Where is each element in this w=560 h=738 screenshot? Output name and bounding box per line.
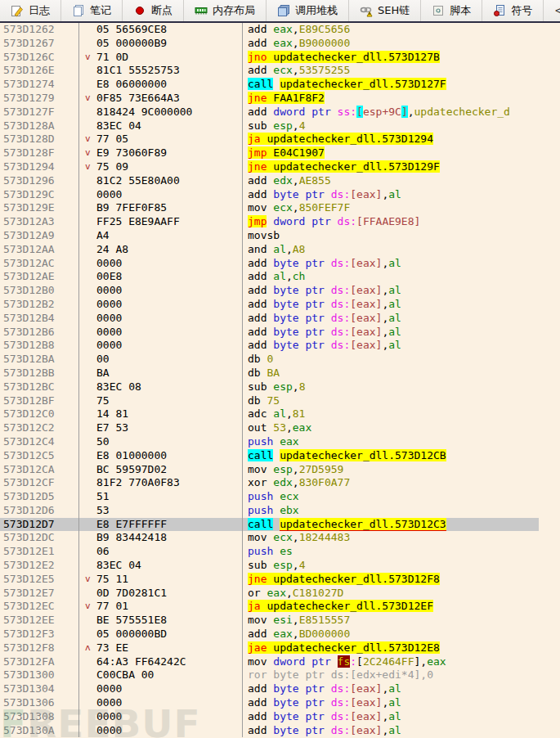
disasm-row[interactable]: 573D12E283EC 04sub esp,4 [0, 559, 560, 573]
tab-memory-map[interactable]: 内存布局 [184, 0, 267, 21]
breakpoint-icon [133, 4, 146, 17]
disasm-row[interactable]: 573D13080000add byte ptr ds:[eax],al [0, 710, 560, 724]
disasm-row[interactable]: 573D12ECv77 01ja updatechecker_dll.573D1… [0, 600, 560, 614]
tab-source[interactable]: <>源代码 [544, 0, 560, 21]
bytes-cell: ʌ73 EE [79, 641, 243, 655]
source-icon: <> [554, 4, 560, 17]
address-cell: 573D12F3 [0, 628, 79, 641]
address-cell: 573D12AA [0, 243, 79, 257]
disasm-row[interactable]: 573D12CABC 59597D02mov esp,27D5959 [0, 463, 560, 477]
disasm-row[interactable]: 573D1274E8 06000000call updatechecker_dl… [0, 78, 560, 92]
disasm-row[interactable]: 573D126705 000000B9add eax,B9000000 [0, 37, 560, 51]
disasm-row[interactable]: 573D12BA00db 0 [0, 353, 560, 367]
tab-seh-chain[interactable]: SEH链 [349, 0, 421, 21]
disasm-row[interactable]: 573D130A0000add byte ptr ds:[eax],al [0, 724, 560, 738]
tab-log[interactable]: 日志 [0, 0, 61, 21]
disasm-row[interactable]: 573D126205 56569CE8add eax,E89C5656 [0, 23, 560, 37]
disasm-row[interactable]: 573D12E70D 7D0281C1or eax,C181027D [0, 587, 560, 601]
bytes-cell: 05 000000B9 [79, 37, 243, 51]
tab-notes[interactable]: 笔记 [61, 0, 123, 21]
disasm-row[interactable]: 573D12C5E8 01000000call updatechecker_dl… [0, 449, 560, 463]
disassembly-cell: add byte ptr ds:[eax],al [243, 339, 560, 353]
disasm-row[interactable]: 573D127F818424 9C000000add dword ptr ss:… [0, 106, 560, 119]
tab-breakpoints[interactable]: 断点 [123, 0, 184, 21]
disasm-row[interactable]: 573D129EB9 7FEF0F85mov ecx,850FEF7F [0, 201, 560, 215]
bytes-cell: 81C2 55E80A00 [79, 174, 243, 188]
jump-down-arrow-icon: v [85, 51, 91, 65]
disassembly-view[interactable]: 573D126205 56569CE8add eax,E89C5656573D1… [0, 23, 560, 738]
address-cell: 573D1296 [0, 174, 79, 188]
disasm-row[interactable]: 573D12E106push es [0, 545, 560, 559]
disasm-row[interactable]: 573D12CF81F2 770A0F83xor edx,830F0A77 [0, 476, 560, 490]
disasm-row[interactable]: 573D128Dv77 05ja updatechecker_dll.573D1… [0, 133, 560, 146]
disasm-row[interactable]: 573D12B80000add byte ptr ds:[eax],al [0, 339, 560, 353]
disasm-row[interactable]: 573D1279v0F85 73E664A3jne FAA1F8F2 [0, 92, 560, 106]
disasm-row[interactable]: 573D1300C00CBA 00ror byte ptr ds:[edx+ed… [0, 668, 560, 682]
disasm-row[interactable]: 573D12BF75db 75 [0, 394, 560, 408]
tab-label: 内存布局 [213, 3, 255, 18]
address-cell: 573D1274 [0, 78, 79, 92]
disassembly-cell: sub esp,4 [243, 119, 560, 133]
disasm-row[interactable]: 573D126Cv71 0Djno updatechecker_dll.573D… [0, 51, 560, 65]
disasm-row-selected[interactable]: 573D12D7E8 E7FFFFFFcall updatechecker_dl… [0, 518, 560, 532]
tab-symbols[interactable]: 符号 [482, 0, 544, 21]
disasm-row[interactable]: 573D12AA24 A8and al,A8 [0, 243, 560, 257]
disassembly-cell: mov dword ptr fs:[2C2464FF],eax [243, 655, 560, 669]
disasm-row[interactable]: 573D12A9A4movsb [0, 229, 560, 243]
disasm-row[interactable]: 573D12B40000add byte ptr ds:[eax],al [0, 312, 560, 326]
bytes-cell: 0000 [79, 696, 243, 710]
disasm-row[interactable]: 573D12B00000add byte ptr ds:[eax],al [0, 284, 560, 298]
disasm-row[interactable]: 573D12EEBE 575551E8mov esi,E8515557 [0, 614, 560, 628]
tab-call-stack[interactable]: 调用堆栈 [267, 0, 349, 21]
disasm-row[interactable]: 573D129681C2 55E80A00add edx,AE855 [0, 174, 560, 188]
disassembly-cell: push eax [243, 435, 560, 449]
disassembly-cell: out 53,eax [243, 421, 560, 435]
address-cell: 573D12C0 [0, 407, 79, 421]
tab-label: 日志 [29, 3, 50, 18]
address-cell: 573D126C [0, 51, 79, 65]
address-cell: 573D12D6 [0, 504, 79, 518]
bytes-cell: 53 [79, 504, 243, 518]
disasm-row[interactable]: 573D12E5v75 11jne updatechecker_dll.573D… [0, 573, 560, 587]
disasm-row[interactable]: 573D12F8ʌ73 EEjae updatechecker_dll.573D… [0, 641, 560, 655]
disasm-row[interactable]: 573D12DCB9 83442418mov ecx,18244483 [0, 531, 560, 545]
disasm-row[interactable]: 573D12AC0000add byte ptr ds:[eax],al [0, 257, 560, 271]
debugger-window: 日志笔记断点内存布局调用堆栈SEH链脚本符号<>源代码 573D126205 5… [0, 0, 560, 738]
bytes-cell: v75 11 [79, 573, 243, 587]
disassembly-cell: call updatechecker_dll.573D12C3 [243, 518, 560, 532]
disasm-row[interactable]: 573D13040000add byte ptr ds:[eax],al [0, 682, 560, 696]
disasm-row[interactable]: 573D12C450push eax [0, 435, 560, 449]
disassembly-cell: and al,A8 [243, 243, 560, 257]
bytes-cell: 51 [79, 490, 243, 504]
bytes-cell: v75 09 [79, 160, 243, 174]
bytes-cell: 05 000000BD [79, 628, 243, 641]
disasm-row[interactable]: 573D12BBBAdb BA [0, 367, 560, 380]
disasm-row[interactable]: 573D12FA64:A3 FF64242Cmov dword ptr fs:[… [0, 655, 560, 669]
disasm-row[interactable]: 573D12AE00E8add al,ch [0, 270, 560, 284]
disasm-row[interactable]: 573D12C014 81adc al,81 [0, 407, 560, 421]
address-cell: 573D12E7 [0, 587, 79, 601]
disassembly-cell: push ecx [243, 490, 560, 504]
disasm-row[interactable]: 573D12C2E7 53out 53,eax [0, 421, 560, 435]
disasm-row[interactable]: 573D128A83EC 04sub esp,4 [0, 119, 560, 133]
disasm-row[interactable]: 573D12B20000add byte ptr ds:[eax],al [0, 298, 560, 312]
tab-label: 笔记 [90, 3, 111, 18]
callstack-icon [277, 4, 290, 17]
disasm-row[interactable]: 573D12BC83EC 08sub esp,8 [0, 380, 560, 394]
disasm-row[interactable]: 573D12A3FF25 E8E9AAFFjmp dword ptr ds:[F… [0, 215, 560, 229]
disasm-row[interactable]: 573D128FvE9 73060F89jmp E04C1907 [0, 146, 560, 160]
disasm-row[interactable]: 573D12D653push ebx [0, 504, 560, 518]
disasm-row[interactable]: 573D12F305 000000BDadd eax,BD000000 [0, 628, 560, 641]
tab-script[interactable]: 脚本 [421, 0, 482, 21]
disasm-row[interactable]: 573D126E81C1 55525753add ecx,53575255 [0, 64, 560, 78]
disasm-row[interactable]: 573D13060000add byte ptr ds:[eax],al [0, 696, 560, 710]
disassembly-cell: add byte ptr ds:[eax],al [243, 724, 560, 738]
disasm-row[interactable]: 573D12B60000add byte ptr ds:[eax],al [0, 326, 560, 340]
address-cell: 573D12F8 [0, 641, 79, 655]
disassembly-cell: db 0 [243, 353, 560, 367]
disasm-row[interactable]: 573D129C0000add byte ptr ds:[eax],al [0, 188, 560, 202]
disassembly-cell: sub esp,4 [243, 559, 560, 573]
disasm-row[interactable]: 573D12D551push ecx [0, 490, 560, 504]
address-cell: 573D128A [0, 119, 79, 133]
disasm-row[interactable]: 573D1294v75 09jne updatechecker_dll.573D… [0, 160, 560, 174]
